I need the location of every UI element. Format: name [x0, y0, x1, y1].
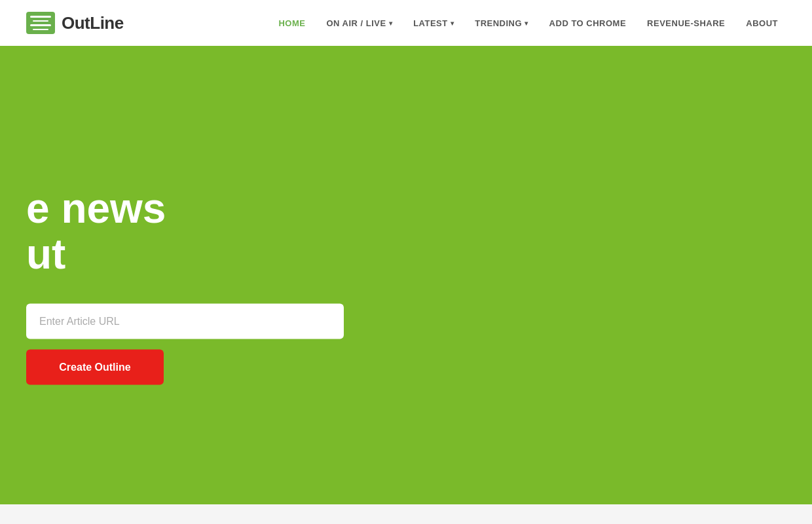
nav-item-latest: LATEST ▾	[405, 13, 462, 33]
nav-item-revenue-share: REVENUE-SHARE	[639, 13, 733, 33]
nav-item-add-to-chrome: ADD TO CHROME	[542, 13, 634, 33]
brand-name: OutLine	[62, 13, 124, 33]
nav-menu: HOME ON AIR / LIVE ▾ LATEST ▾ TRENDING ▾	[270, 13, 786, 33]
nav-item-on-air-live: ON AIR / LIVE ▾	[318, 13, 400, 33]
chevron-down-icon: ▾	[389, 20, 393, 27]
icon-line-2	[33, 20, 48, 22]
hero-content: e news ut Create Outline	[0, 185, 344, 385]
nav-link-trending[interactable]: TRENDING ▾	[467, 13, 536, 33]
nav-link-add-to-chrome[interactable]: ADD TO CHROME	[542, 13, 634, 33]
hero-title-line2: ut	[26, 231, 344, 277]
article-url-input[interactable]	[26, 303, 344, 339]
nav-item-about: ABOUT	[738, 13, 786, 33]
navbar: OutLine HOME ON AIR / LIVE ▾ LATEST ▾	[0, 0, 812, 46]
nav-item-home: HOME	[270, 13, 313, 33]
hero-title: e news ut	[26, 185, 344, 278]
bottom-bar	[0, 504, 812, 524]
nav-link-latest[interactable]: LATEST ▾	[405, 13, 462, 33]
nav-link-on-air-live[interactable]: ON AIR / LIVE ▾	[318, 13, 400, 33]
chevron-down-icon-trending: ▾	[525, 20, 528, 27]
icon-line-3	[30, 24, 51, 26]
create-outline-button[interactable]: Create Outline	[26, 349, 164, 384]
nav-item-trending: TRENDING ▾	[467, 13, 536, 33]
brand-logo[interactable]: OutLine	[26, 12, 124, 34]
hero-form: Create Outline	[26, 303, 344, 384]
icon-line-4	[33, 29, 48, 31]
icon-line-1	[30, 16, 51, 18]
chevron-down-icon-latest: ▾	[451, 20, 454, 27]
nav-link-revenue-share[interactable]: REVENUE-SHARE	[639, 13, 733, 33]
nav-link-about[interactable]: ABOUT	[738, 13, 786, 33]
nav-link-home[interactable]: HOME	[270, 13, 313, 33]
hero-title-line1: e news	[26, 185, 344, 231]
brand-icon	[26, 12, 55, 34]
hero-section: e news ut Create Outline	[0, 46, 812, 524]
